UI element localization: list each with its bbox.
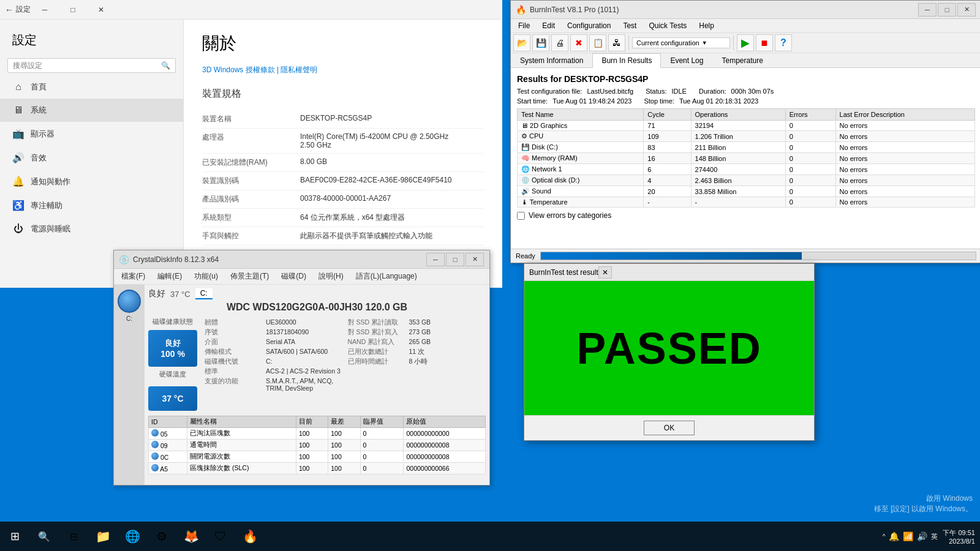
toolbar-save-btn[interactable]: 💾 (532, 34, 549, 51)
meta-duration-label: Duration: (699, 88, 726, 95)
burnin-menu-config[interactable]: Configuration (562, 20, 616, 31)
results-meta-2: Start time: Tue Aug 01 19:48:24 2023 Sto… (517, 97, 975, 105)
search-box[interactable]: 🔍 (7, 58, 176, 73)
activation-text: 啟用 Windows 移至 [設定] 以啟用 Windows。 (874, 493, 973, 514)
taskbar-firefox-icon[interactable]: 🦊 (176, 522, 206, 551)
smart-col-raw: 原始值 (404, 416, 486, 428)
crystal-menu-file[interactable]: 檔案(F) (116, 270, 150, 283)
taskbar-settings-icon[interactable]: ⚙ (147, 522, 176, 551)
toolbar-help-btn[interactable]: ? (775, 34, 792, 51)
toolbar-log-btn[interactable]: 📋 (589, 34, 606, 51)
toolbar-print-btn[interactable]: 🖨 (551, 34, 568, 51)
smart-ball-05 (151, 429, 159, 437)
burnin-menu-help[interactable]: Help (694, 20, 719, 31)
dialog-close-button[interactable]: ✕ (598, 266, 612, 279)
tab-event-log[interactable]: Event Log (661, 53, 712, 67)
smart-table: ID 屬性名稱 目前 最差 臨界值 原始值 05 已淘汰區塊數100100000… (148, 416, 486, 474)
taskbar-shield-icon[interactable]: 🛡 (206, 522, 235, 551)
sidebar-label-display: 顯示器 (31, 129, 55, 140)
taskbar-clock[interactable]: 下午 09:51 2023/8/1 (943, 528, 980, 545)
toolbar-net-btn[interactable]: 🖧 (608, 34, 625, 51)
crystal-menu-disk[interactable]: 磁碟(D) (276, 270, 311, 283)
row-icon-net: 🌐 (521, 165, 530, 173)
crystal-app-icon: 💿 (119, 255, 129, 264)
minimize-button[interactable]: ─ (31, 0, 59, 20)
tab-burn-results[interactable]: Burn In Results (592, 53, 661, 68)
spec-value-sys-type: 64 位元作業系統，x64 型處理器 (300, 212, 484, 223)
sidebar-item-notif[interactable]: 🔔 通知與動作 (0, 170, 183, 193)
crystal-minimize-button[interactable]: ─ (426, 253, 445, 266)
notif-icon: 🔔 (12, 176, 24, 187)
search-input[interactable] (13, 61, 161, 70)
status-bar-text: Ready (516, 252, 535, 260)
maximize-button[interactable]: □ (59, 0, 87, 20)
toolbar-play-btn[interactable]: ▶ (737, 34, 754, 51)
burnin-menu-file[interactable]: File (513, 20, 535, 31)
burnin-content: Results for DESKTOP-RC5GS4P Test configu… (511, 68, 980, 249)
sidebar-item-power[interactable]: ⏻ 電源與睡眠 (0, 217, 183, 241)
burnin-results-table: Test Name Cycle Operations Errors Last E… (517, 108, 975, 208)
disk-letter-tab: C: (195, 288, 213, 299)
windows-link[interactable]: 3D Windows 授權條款 | 隱私權聲明 (202, 65, 484, 75)
crystal-close-button[interactable]: ✕ (466, 253, 484, 266)
taskbar-search-icon[interactable]: 🔍 (29, 522, 59, 551)
spec-row-cpu: 處理器 Intel(R) Core(TM) i5-4200M CPU @ 2.5… (202, 129, 484, 154)
burnin-minimize-button[interactable]: ─ (918, 3, 937, 17)
taskbar-file-explorer-icon[interactable]: 📁 (88, 522, 118, 551)
smart-ball-09 (151, 441, 159, 448)
smart-row-0c: 0C 關閉電源次數1001000000000000008 (149, 451, 486, 463)
sidebar-item-system[interactable]: 🖥 系統 (0, 99, 183, 122)
taskbar-flame-icon[interactable]: 🔥 (235, 522, 265, 551)
spec-value-ram: 8.00 GB (300, 157, 484, 168)
view-errors-checkbox[interactable] (517, 212, 525, 220)
spec-value-device: DESKTOP-RC5GS4P (300, 114, 484, 124)
burnin-menu-quick[interactable]: Quick Tests (644, 20, 692, 31)
ok-button[interactable]: OK (644, 421, 695, 435)
view-errors-label: View errors by categories (529, 211, 611, 220)
crystal-menu-lang[interactable]: 語言(L)(Language) (351, 270, 422, 283)
crystal-menu-theme[interactable]: 佈景主題(T) (225, 270, 274, 283)
toolbar-stop-btn[interactable]: ✖ (570, 34, 587, 51)
tab-temperature[interactable]: Temperature (712, 53, 772, 67)
table-row: 🧠 Memory (RAM) 16148 Billion0No errors (518, 153, 975, 164)
back-icon[interactable]: ← (5, 5, 13, 15)
burnin-menu-edit[interactable]: Edit (537, 20, 560, 31)
sidebar-label-power: 電源與睡眠 (31, 223, 70, 234)
row-icon-2d: 🖥 (521, 122, 528, 129)
settings-titlebar: ← 設定 ─ □ ✕ (0, 0, 502, 20)
sidebar-item-sound[interactable]: 🔊 音效 (0, 146, 183, 170)
disk-tab-c[interactable] (118, 290, 141, 313)
toolbar-open-btn[interactable]: 📂 (513, 34, 530, 51)
sidebar-item-home[interactable]: ⌂ 首頁 (0, 75, 183, 99)
toolbar-stop-red-btn[interactable]: ■ (756, 34, 773, 51)
tab-system-info[interactable]: System Information (511, 53, 592, 67)
tray-lang-icon[interactable]: 英 (931, 532, 938, 541)
taskbar-task-view-icon[interactable]: ⊟ (59, 522, 88, 551)
spec-value-product-id: 00378-40000-00001-AA267 (300, 194, 484, 204)
crystal-maximize-button[interactable]: □ (446, 253, 464, 266)
burnin-menu-test[interactable]: Test (618, 20, 641, 31)
sidebar-item-assist[interactable]: ♿ 專注輔助 (0, 193, 183, 217)
crystal-menu-edit[interactable]: 編輯(E) (153, 270, 187, 283)
tray-network-icon[interactable]: 📶 (903, 531, 913, 541)
config-dropdown[interactable]: Current configuration ▼ (632, 37, 730, 48)
spec-label-sys-type: 系統類型 (202, 212, 300, 223)
burnin-maximize-button[interactable]: □ (938, 3, 956, 17)
burnin-title: BurnInTest V8.1 Pro (1011) (530, 6, 918, 14)
crystal-menu-func[interactable]: 功能(u) (189, 270, 223, 283)
assist-icon: ♿ (12, 200, 24, 211)
disk-name-header: WDC WDS120G2G0A-00JH30 120.0 GB (148, 302, 486, 313)
sidebar-item-display[interactable]: 📺 顯示器 (0, 122, 183, 146)
tray-notification-icon[interactable]: 🔔 (889, 531, 899, 541)
tray-volume-icon[interactable]: 🔊 (917, 531, 927, 541)
health-status-box: 良好 100 % (148, 330, 197, 367)
sidebar-label-home: 首頁 (31, 81, 47, 92)
close-button[interactable]: ✕ (87, 0, 115, 20)
crystal-titlebar: 💿 CrystalDiskInfo 8.12.3 x64 ─ □ ✕ (114, 250, 489, 269)
burnin-close-button[interactable]: ✕ (957, 3, 976, 17)
tray-expand-icon[interactable]: ^ (883, 533, 886, 540)
burnin-menubar: File Edit Configuration Test Quick Tests… (511, 19, 980, 33)
taskbar-edge-icon[interactable]: 🌐 (118, 522, 147, 551)
start-button[interactable]: ⊞ (0, 522, 29, 551)
crystal-menu-help[interactable]: 說明(H) (314, 270, 349, 283)
